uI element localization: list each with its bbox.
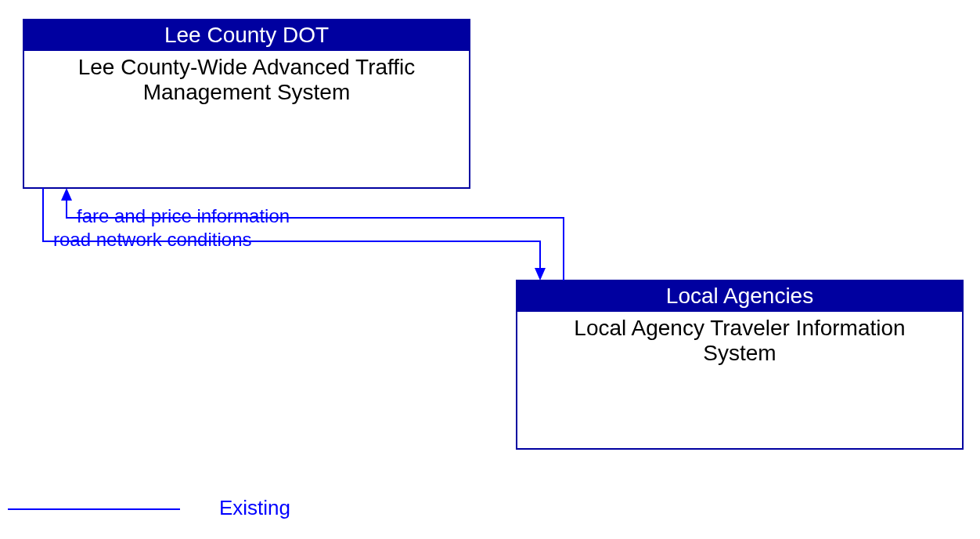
flow-label: road network conditions bbox=[53, 229, 251, 250]
node-title-line2: Management System bbox=[143, 80, 351, 104]
legend: Existing bbox=[8, 496, 290, 519]
architecture-diagram: Lee County DOT Lee County-Wide Advanced … bbox=[0, 0, 980, 539]
node-title-line2: System bbox=[703, 341, 776, 365]
flow-road-network-conditions: road network conditions bbox=[43, 188, 546, 280]
node-local-agencies: Local Agencies Local Agency Traveler Inf… bbox=[517, 280, 963, 449]
node-header-label: Local Agencies bbox=[666, 284, 813, 308]
flow-label: fare and price information bbox=[77, 205, 290, 226]
node-header-label: Lee County DOT bbox=[164, 23, 329, 47]
arrowhead-icon bbox=[61, 188, 72, 201]
node-title-line1: Lee County-Wide Advanced Traffic bbox=[78, 55, 416, 79]
node-title-line1: Local Agency Traveler Information bbox=[574, 316, 905, 340]
legend-label-existing: Existing bbox=[219, 496, 290, 519]
node-lee-county-dot: Lee County DOT Lee County-Wide Advanced … bbox=[23, 20, 470, 188]
arrowhead-icon bbox=[535, 268, 546, 280]
